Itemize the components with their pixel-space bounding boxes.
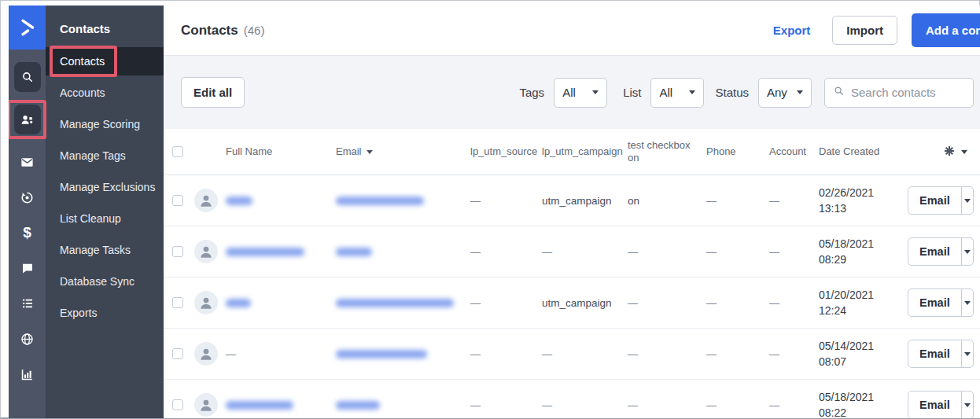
column-header-date-created[interactable]: Date Created (819, 145, 908, 158)
person-icon (197, 192, 215, 212)
email-cell (336, 350, 470, 358)
avatar (194, 189, 218, 212)
activecampaign-logo[interactable] (9, 6, 46, 50)
chevron-down-icon (964, 199, 971, 203)
chevron-down-icon (689, 90, 695, 94)
column-header-phone[interactable]: Phone (706, 145, 769, 158)
email-button[interactable]: Email (908, 237, 974, 266)
column-header-lp_utm_campaign[interactable]: lp_utm_campaign (542, 145, 628, 158)
page-header: Contacts (46) Export Import Add a contac… (164, 6, 980, 56)
filter-label-status: Status (715, 86, 749, 99)
contacts-table-body: —utm_campaignon——02/26/202113:13Email———… (164, 175, 980, 418)
sidebar-item-label: Exports (60, 307, 97, 319)
site-icon[interactable] (20, 331, 35, 347)
table-row: —utm_campaign———01/20/202112:24Email (164, 277, 980, 329)
status-filter-dropdown[interactable]: Any (758, 78, 812, 108)
search-contacts-input[interactable] (851, 86, 965, 99)
chevron-down-icon (592, 90, 599, 94)
column-header-account[interactable]: Account (769, 145, 819, 158)
sidebar-item-manage-tags[interactable]: Manage Tags (46, 140, 164, 171)
select-all-checkbox[interactable] (172, 146, 183, 157)
contact-email-redacted[interactable] (336, 401, 380, 410)
search-icon (833, 85, 851, 100)
add-contact-button[interactable]: Add a contact (912, 13, 980, 47)
sidebar-item-label: Manage Tasks (60, 244, 131, 256)
person-icon (197, 294, 215, 314)
row-actions-cell: Email (908, 237, 974, 266)
chevron-down-icon (964, 250, 971, 254)
contact-name-redacted[interactable] (226, 299, 251, 307)
email-button-dropdown[interactable] (961, 238, 973, 265)
filter-label-tags: Tags (519, 86, 544, 99)
email-button[interactable]: Email (908, 340, 974, 368)
gear-icon[interactable] (943, 145, 956, 160)
sidebar-item-manage-tasks[interactable]: Manage Tasks (46, 234, 164, 266)
person-icon (197, 243, 215, 263)
sidebar-item-label: Manage Exclusions (60, 181, 155, 193)
contact-email-redacted[interactable] (336, 350, 427, 358)
column-header-lp_utm_source[interactable]: lp_utm_source (470, 145, 542, 158)
lp-utm-campaign-cell: utm_campaign (542, 195, 628, 207)
row-checkbox[interactable] (172, 195, 183, 206)
contacts-menu-panel: Contacts Contacts AccountsManage Scoring… (46, 6, 164, 418)
table-row: —————05/18/202108:29Email (164, 226, 980, 277)
deals-icon[interactable]: $ (23, 225, 31, 241)
contact-name-redacted[interactable] (226, 197, 252, 205)
list-filter-dropdown[interactable]: All (650, 78, 704, 108)
email-button[interactable]: Email (908, 391, 974, 418)
search-icon[interactable] (14, 62, 41, 92)
contact-email-redacted[interactable] (336, 197, 424, 205)
header-actions: Export Import Add a contact (773, 13, 980, 47)
dropdown-value: All (562, 86, 576, 99)
lists-icon[interactable] (20, 296, 35, 311)
sidebar-item-manage-exclusions[interactable]: Manage Exclusions (46, 171, 164, 203)
filter-bar: Edit all TagsAllListAllStatusAny (164, 56, 980, 129)
sidebar-item-exports[interactable]: Exports (46, 297, 164, 329)
column-header-full-name[interactable]: Full Name (226, 145, 336, 158)
contact-name-redacted[interactable] (226, 248, 304, 256)
sidebar-item-contacts-selected[interactable]: Contacts (46, 47, 164, 75)
email-button-dropdown[interactable] (961, 187, 973, 214)
automation-icon[interactable] (20, 189, 35, 205)
contact-name-redacted[interactable] (226, 401, 293, 410)
email-button-dropdown[interactable] (961, 340, 973, 367)
email-button-dropdown[interactable] (961, 289, 973, 316)
row-checkbox[interactable] (172, 246, 183, 257)
test-checkbox-cell: — (628, 399, 706, 411)
test-checkbox-cell: on (628, 195, 706, 207)
date-created-date: 05/14/2021 (819, 338, 908, 354)
full-name-cell (226, 248, 336, 256)
sidebar-item-manage-scoring[interactable]: Manage Scoring (46, 108, 164, 140)
contact-email-redacted[interactable] (336, 248, 372, 256)
sidebar-item-label: Database Sync (60, 275, 134, 288)
sidebar-item-accounts[interactable]: Accounts (46, 77, 164, 108)
column-header-email[interactable]: Email (336, 145, 470, 158)
mail-icon[interactable] (20, 154, 35, 170)
account-cell: — (769, 195, 819, 207)
email-button[interactable]: Email (908, 289, 974, 317)
phone-cell: — (706, 348, 769, 360)
screenshot-frame: $ Contacts Contacts AccountsManage Scori… (0, 0, 980, 419)
table-row: ——————05/14/202108:07Email (164, 329, 980, 380)
reports-icon[interactable] (20, 366, 35, 382)
export-link[interactable]: Export (773, 24, 811, 37)
date-created-time: 12:24 (819, 303, 908, 318)
import-button[interactable]: Import (832, 16, 897, 45)
column-header-test-checkbox-on[interactable]: test checkbox on (628, 139, 706, 164)
conversations-icon[interactable] (20, 260, 35, 276)
edit-all-button[interactable]: Edit all (181, 77, 245, 108)
row-checkbox[interactable] (172, 399, 183, 410)
row-actions-cell: Email (908, 186, 974, 215)
row-checkbox[interactable] (172, 297, 183, 308)
filter-label-list: List (623, 86, 641, 99)
sidebar-item-database-sync[interactable]: Database Sync (46, 266, 164, 297)
lp-utm-source-cell: — (470, 297, 542, 309)
contact-email-redacted[interactable] (336, 299, 454, 307)
column-settings-control[interactable] (908, 145, 974, 160)
email-button[interactable]: Email (908, 186, 974, 215)
tags-filter-dropdown[interactable]: All (554, 78, 607, 108)
email-button-dropdown[interactable] (961, 391, 973, 418)
contacts-icon[interactable] (14, 105, 41, 134)
sidebar-item-list-cleanup[interactable]: List Cleanup (46, 203, 164, 234)
row-checkbox[interactable] (172, 348, 183, 359)
